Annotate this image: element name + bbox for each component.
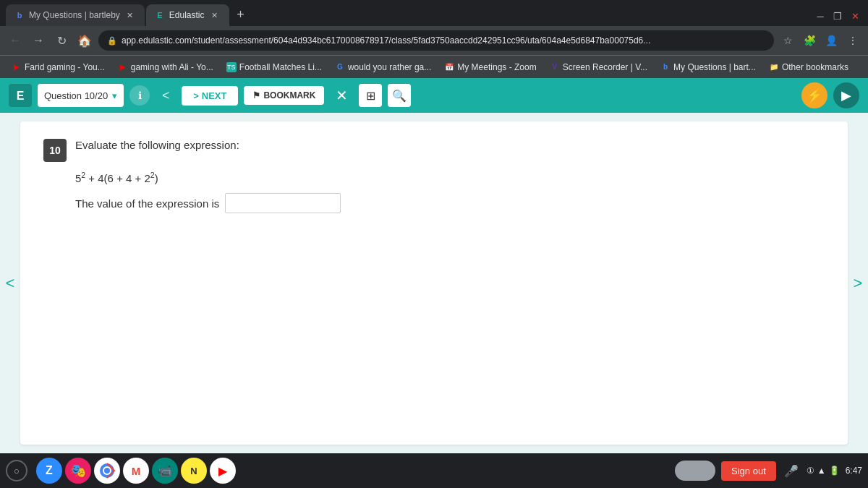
tab-bar: b My Questions | bartleby ✕ E Edulastic … (0, 0, 868, 26)
bookmark-bartleby-label: My Questions | bart... (673, 62, 756, 72)
zoom-favicon: 📅 (444, 62, 454, 72)
prev-question-button[interactable]: < (156, 85, 176, 106)
bookmark-gaming[interactable]: ▶ gaming with Ali - Yo... (112, 60, 219, 74)
taskbar: ○ Z 🎭 M 📹 N ▶ Sign out 🎤 ① ▲ (0, 453, 868, 488)
bookmark-flag-icon: ⚑ (252, 90, 260, 100)
taskbar-chrome-app[interactable] (94, 458, 120, 484)
tab-edulastic-title: Edulastic (169, 10, 205, 20)
calculator-button[interactable]: ⊞ (359, 84, 382, 107)
folder-icon: 📁 (769, 62, 779, 72)
bookmark-screen-recorder-label: Screen Recorder | V... (563, 62, 647, 72)
bookmark-screen-recorder[interactable]: V Screen Recorder | V... (544, 60, 653, 74)
next-arrow-icon: > (193, 90, 199, 101)
football-favicon: TS (226, 62, 237, 72)
tab-edulastic-close[interactable]: ✕ (209, 9, 221, 21)
url-text: app.edulastic.com/student/assessment/604… (122, 35, 650, 46)
new-tab-button[interactable]: + (231, 4, 251, 25)
edulastic-favicon: E (155, 10, 165, 20)
taskbar-youtube-app[interactable]: ▶ (210, 458, 236, 484)
back-button[interactable]: ← (6, 31, 25, 50)
question-number-badge: 10 (43, 139, 67, 162)
taskbar-gmail-app[interactable]: M (123, 458, 149, 484)
bookmark-football[interactable]: TS Football Matches Li... (221, 60, 328, 74)
tab-bartleby-close[interactable]: ✕ (124, 9, 136, 21)
svg-text:E: E (17, 90, 25, 102)
right-tools: ⚡ ▶ (801, 82, 859, 108)
bookmark-rather[interactable]: G would you rather ga... (329, 60, 437, 74)
question-header: 10 Evaluate the following expression: (43, 139, 825, 162)
minimize-icon[interactable]: ─ (813, 9, 827, 23)
profile-avatar[interactable] (675, 461, 715, 481)
maximize-icon[interactable]: ❐ (830, 9, 845, 23)
taskbar-right: Sign out 🎤 ① ▲ 🔋 6:47 (675, 461, 862, 481)
taskbar-meet-app[interactable]: 📹 (152, 458, 178, 484)
question-panel: 10 Evaluate the following expression: 52… (20, 121, 848, 445)
next-button-label: NEXT (202, 90, 227, 101)
question-prompt: Evaluate the following expression: (75, 139, 239, 151)
address-field[interactable]: 🔒 app.edulastic.com/student/assessment/6… (98, 30, 774, 51)
youtube-favicon-1: ▶ (12, 62, 22, 72)
tab-bartleby[interactable]: b My Questions | bartleby ✕ (6, 4, 145, 26)
refresh-button[interactable]: ↻ (52, 31, 71, 50)
window-controls: ─ ❐ ✕ (813, 9, 862, 26)
taskbar-files-app[interactable]: 🎭 (65, 458, 91, 484)
time-display[interactable]: 6:47 (846, 465, 862, 477)
microphone-icon[interactable]: 🎤 (782, 461, 801, 480)
magnify-icon: 🔍 (392, 89, 407, 103)
bartleby-favicon-2: b (660, 62, 671, 72)
status-icons: ① ▲ 🔋 (807, 466, 840, 476)
sign-out-button[interactable]: Sign out (721, 461, 776, 481)
next-side-arrow[interactable]: > (848, 113, 868, 453)
bookmark-gaming-label: gaming with Ali - Yo... (131, 62, 213, 72)
bookmark-rather-label: would you rather ga... (348, 62, 431, 72)
calculator-icon: ⊞ (366, 89, 375, 103)
google-favicon: G (335, 62, 345, 72)
youtube-favicon-2: ▶ (118, 62, 128, 72)
info-button[interactable]: ℹ (129, 85, 150, 106)
address-bar-row: ← → ↻ 🏠 🔒 app.edulastic.com/student/asse… (0, 26, 868, 55)
hint-button[interactable]: ⚡ (801, 82, 827, 108)
app-toolbar: E Question 10/20 ▾ ℹ < > NEXT ⚑ BOOKMARK… (0, 78, 868, 113)
forward-button[interactable]: → (29, 31, 48, 50)
prev-side-arrow[interactable]: < (0, 113, 20, 453)
next-circle-button[interactable]: ▶ (833, 82, 859, 108)
taskbar-norton-app[interactable]: N (181, 458, 207, 484)
answer-prompt-text: The value of the expression is (75, 197, 219, 210)
tab-edulastic[interactable]: E Edulastic ✕ (146, 4, 229, 26)
lock-icon: 🔒 (107, 36, 117, 46)
chevron-down-icon: ▾ (112, 90, 117, 101)
bookmark-football-label: Football Matches Li... (239, 62, 322, 72)
close-question-button[interactable]: ✕ (330, 84, 353, 107)
expression-display: 52 + 4(6 + 4 + 22) (75, 171, 825, 184)
bookmark-button[interactable]: ⚑ BOOKMARK (244, 86, 324, 105)
browser-frame: b My Questions | bartleby ✕ E Edulastic … (0, 0, 868, 488)
notification-icon[interactable]: ① (807, 466, 814, 476)
main-content: < 10 Evaluate the following expression: … (0, 113, 868, 453)
screen-recorder-favicon: V (550, 62, 560, 72)
bookmark-star-icon[interactable]: ☆ (778, 31, 797, 50)
bookmark-zoom[interactable]: 📅 My Meetings - Zoom (438, 60, 542, 74)
bookmark-farid-label: Farid gaming - You... (25, 62, 105, 72)
next-button[interactable]: > NEXT (182, 86, 238, 106)
profile-icon[interactable]: 👤 (822, 31, 841, 50)
bookmark-other[interactable]: 📁 Other bookmarks (763, 60, 854, 74)
edulastic-logo: E (9, 84, 32, 107)
taskbar-zoom-app[interactable]: Z (36, 458, 62, 484)
question-selector-label: Question 10/20 (44, 90, 108, 101)
extensions-icon[interactable]: 🧩 (800, 31, 819, 50)
battery-icon: 🔋 (829, 466, 840, 476)
close-x-icon: ✕ (336, 87, 348, 104)
answer-input[interactable] (225, 193, 341, 213)
question-selector[interactable]: Question 10/20 ▾ (38, 84, 124, 107)
zoom-button[interactable]: 🔍 (388, 84, 411, 107)
home-button[interactable]: 🏠 (75, 31, 94, 50)
close-icon[interactable]: ✕ (848, 9, 862, 23)
menu-icon[interactable]: ⋮ (843, 31, 862, 50)
wifi-icon: ▲ (817, 466, 826, 476)
svg-point-4 (104, 468, 110, 474)
taskbar-circle-button[interactable]: ○ (6, 460, 27, 481)
bookmarks-bar: ▶ Farid gaming - You... ▶ gaming with Al… (0, 55, 868, 78)
bookmark-farid[interactable]: ▶ Farid gaming - You... (6, 60, 111, 74)
bookmark-bartleby[interactable]: b My Questions | bart... (655, 60, 762, 74)
answer-line: The value of the expression is (75, 193, 825, 213)
